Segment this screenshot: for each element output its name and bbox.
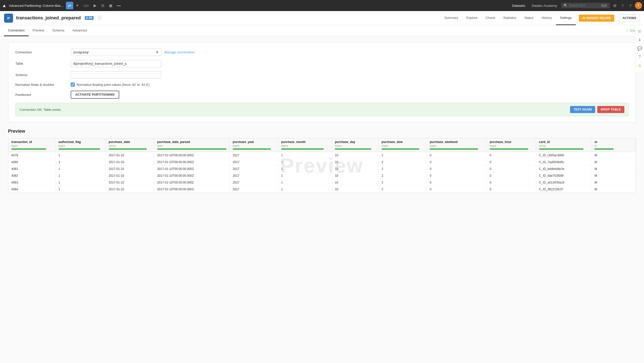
top-bar-right: ⊞ ? ↗ T <box>611 2 642 9</box>
table-header-cell: purchase_day bigint <box>332 138 379 152</box>
question-icon[interactable]: ? <box>620 2 626 9</box>
schema-input[interactable] <box>71 71 161 79</box>
table-cell: C_ID_382215fc37 <box>536 186 591 193</box>
table-cell: 0 <box>487 172 536 179</box>
info-sidebar-icon[interactable]: ℹ <box>636 36 644 44</box>
dataset-header: transactions_joined_prepared G PR ⓘ Summ… <box>0 11 644 25</box>
table-row: 408412017-01-102017-01-10T00:00:00.000Z2… <box>8 186 636 193</box>
avatar[interactable]: T <box>635 2 642 9</box>
dataset-icon <box>4 14 13 23</box>
test-again-button[interactable]: TEST AGAIN <box>570 106 595 113</box>
table-input[interactable] <box>71 60 161 67</box>
more-icon[interactable]: ••• <box>115 2 123 9</box>
table-cell: 0 <box>427 172 487 179</box>
dataset-info-icon[interactable]: ⓘ <box>98 15 102 21</box>
parent-recipe-button[interactable]: ⚙ PARENT RECIPE <box>579 15 614 22</box>
preview-table-container[interactable]: Preview transaction_id bigint authorized… <box>8 138 636 193</box>
nav-summary[interactable]: Summary <box>440 11 462 25</box>
flow-icon[interactable]: ⇄ <box>66 2 73 9</box>
search-icon: 🔍 <box>564 4 568 7</box>
nav-history[interactable]: History <box>538 11 556 25</box>
datasets-label[interactable]: Datasets <box>510 2 528 9</box>
table-header-cell: card_id string <box>536 138 591 152</box>
manage-connections-link[interactable]: Manage connections <box>164 50 194 54</box>
table-cell: 2017-01-10 <box>106 179 154 186</box>
table-header-cell: authorized_flag bigint <box>55 138 106 152</box>
table-row: 407912017-01-102017-01-10T00:00:00.000Z2… <box>8 152 636 159</box>
app-logo[interactable]: ▲ <box>2 3 7 8</box>
normalize-checkbox[interactable] <box>71 83 75 87</box>
table-label: Table <box>15 62 71 65</box>
tab-preview[interactable]: Preview <box>29 25 48 36</box>
schema-input-wrapper <box>71 71 161 79</box>
nav-settings[interactable]: Settings <box>556 11 576 25</box>
table-cell: 0 <box>427 186 487 193</box>
connection-select[interactable]: postgresql <box>71 49 161 56</box>
trend-icon[interactable]: ↗ <box>627 2 634 9</box>
settings-icon[interactable]: ✦ <box>74 2 81 9</box>
nav-status[interactable]: Status <box>520 11 538 25</box>
table-cell: 2017-01-10 <box>106 172 154 179</box>
actions-button[interactable]: ACTIONS <box>619 14 640 22</box>
table-header-cell: purchase_date_parsed date <box>154 138 229 152</box>
tab-advanced[interactable]: Advanced <box>68 25 91 36</box>
monitor-icon[interactable]: ▣ <box>107 2 114 9</box>
table-cell: 1 <box>278 179 332 186</box>
table-cell: 1 <box>55 152 106 159</box>
code-icon[interactable]: </> <box>82 2 91 9</box>
preview-section: Preview Preview transaction_id bigint au… <box>8 129 636 193</box>
deploy-icon[interactable]: ⊟ <box>99 2 106 9</box>
nav-charts[interactable]: Charts <box>481 11 499 25</box>
recipe-icon: ⚙ <box>582 16 585 20</box>
table-cell: 4082 <box>8 172 55 179</box>
normalize-label: Normalize floats & doubles <box>15 83 71 87</box>
table-cell: 0 <box>487 179 536 186</box>
grid-icon[interactable]: ⊞ <box>611 2 619 9</box>
search-input[interactable] <box>569 4 599 7</box>
dataset-badge: G PR <box>85 16 93 20</box>
table-cell: 2017-01-10 <box>106 152 154 159</box>
table-cell: 4083 <box>8 179 55 186</box>
table-cell: 1 <box>55 172 106 179</box>
table-cell: 2 <box>378 152 426 159</box>
table-header-cell: purchase_year bigint <box>230 138 278 152</box>
table-row: 408012017-01-102017-01-10T00:00:00.000Z2… <box>8 159 636 166</box>
connection-row: Connection postgresql Manage connections <box>15 49 629 56</box>
table-cell: 0 <box>427 179 487 186</box>
table-cell: 10 <box>332 186 379 193</box>
status-actions: TEST AGAIN DROP TABLE <box>570 106 624 113</box>
table-cell: 10 <box>332 179 379 186</box>
tab-connection[interactable]: Connection <box>4 25 29 36</box>
table-header-cell: purchase_hour bigint <box>487 138 536 152</box>
table-header-cell: purchase_weekend bigint <box>427 138 487 152</box>
table-cell: C_ID_7ad0546d5c <box>536 159 591 166</box>
expand-icon[interactable]: ⊞ <box>636 27 644 35</box>
table-header-cell: m st <box>591 138 636 152</box>
table-cell: C_ID_bddb4d4e2e <box>536 166 591 172</box>
chat-sidebar-icon[interactable]: 💬 <box>636 44 644 52</box>
table-cell: 4081 <box>8 166 55 172</box>
run-icon[interactable]: ▶ <box>92 2 99 9</box>
table-cell: 2017-01-10T00:00:00.000Z <box>154 152 229 159</box>
academy-label: Dataiku Academy <box>529 2 559 9</box>
activate-partitioning-button[interactable]: ACTIVATE PARTITIONING <box>71 91 119 99</box>
drop-table-button[interactable]: DROP TABLE <box>597 106 624 113</box>
table-header-cell: purchase_date string <box>106 138 154 152</box>
right-sidebar: ⊞ ℹ 💬 ? ⚠ <box>635 25 644 71</box>
table-wrapper: Preview transaction_id bigint authorized… <box>8 138 636 193</box>
table-cell: M <box>591 159 636 166</box>
table-header-cell: transaction_id bigint <box>8 138 55 152</box>
preview-table: transaction_id bigint authorized_flag bi… <box>8 138 636 193</box>
nav-explore[interactable]: Explore <box>462 11 481 25</box>
tab-schema[interactable]: Schema <box>48 25 68 36</box>
table-cell: 2017 <box>230 179 278 186</box>
table-cell: 2017-01-10T00:00:00.000Z <box>154 159 229 166</box>
table-cell: 2017 <box>230 152 278 159</box>
nav-statistics[interactable]: Statistics <box>499 11 520 25</box>
search-bar[interactable]: 🔍 ⌘⇧F <box>561 3 610 8</box>
table-cell: 2 <box>378 166 426 172</box>
project-title: Advanced Partitioning: Column-Based (Tut… <box>9 4 64 8</box>
help-sidebar-icon[interactable]: ? <box>636 53 644 61</box>
warning-sidebar-icon[interactable]: ⚠ <box>636 61 644 69</box>
saved-check-icon: ✓ <box>626 29 629 32</box>
